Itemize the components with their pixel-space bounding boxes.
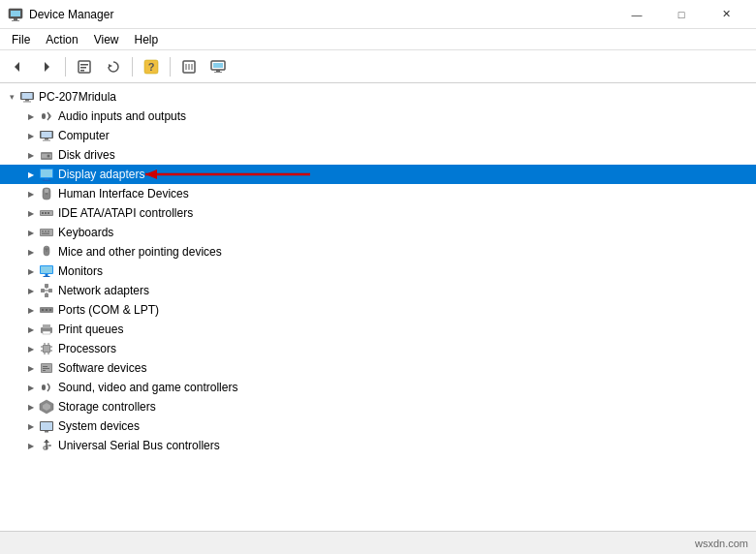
audio-expand[interactable]: ▶ — [23, 108, 39, 124]
ide-icon — [39, 205, 54, 221]
monitors-label: Monitors — [58, 264, 103, 278]
tree-item-hid[interactable]: ▶ Human Interface Devices — [0, 184, 756, 203]
svg-rect-88 — [41, 422, 52, 430]
computer-expand[interactable]: ▶ — [23, 128, 39, 143]
title-bar-left: Device Manager — [8, 7, 113, 22]
device-tree[interactable]: ▾ PC-207Mridula ▶ — [0, 83, 756, 531]
keyboard-expand[interactable]: ▶ — [23, 225, 39, 240]
tree-root[interactable]: ▾ PC-207Mridula — [0, 87, 756, 107]
help-button[interactable]: ? — [138, 54, 165, 79]
minimize-button[interactable]: — — [614, 0, 659, 29]
update-button[interactable] — [100, 54, 127, 79]
properties-button[interactable] — [71, 54, 98, 79]
hid-expand[interactable]: ▶ — [23, 186, 39, 201]
processors-expand[interactable]: ▶ — [23, 341, 39, 356]
svg-rect-24 — [42, 132, 52, 138]
tree-item-usb[interactable]: ▶ Universal Serial Bus controllers — [0, 436, 756, 455]
status-bar: wsxdn.com — [0, 531, 756, 554]
menu-file[interactable]: File — [4, 31, 38, 48]
svg-rect-70 — [43, 331, 50, 334]
ports-label: Ports (COM & LPT) — [58, 303, 159, 317]
svg-rect-17 — [214, 72, 222, 73]
storage-icon — [39, 399, 54, 415]
menu-view[interactable]: View — [86, 31, 127, 48]
computer-icon — [19, 89, 35, 105]
hid-label: Human Interface Devices — [58, 187, 189, 200]
display-expand[interactable]: ▶ — [23, 167, 39, 182]
tree-item-ide[interactable]: ▶ IDE ATA/ATAPI controllers — [0, 203, 756, 223]
usb-expand[interactable]: ▶ — [23, 438, 39, 453]
sound-expand[interactable]: ▶ — [23, 380, 39, 395]
tree-item-disk[interactable]: ▶ Disk drives — [0, 145, 756, 165]
tree-item-monitors[interactable]: ▶ Monitors — [0, 262, 756, 281]
tree-item-software[interactable]: ▶ Software devices — [0, 358, 756, 378]
scan-button[interactable] — [175, 54, 203, 79]
system-expand[interactable]: ▶ — [23, 418, 39, 434]
toolbar: ? — [0, 50, 756, 83]
audio-label: Audio inputs and outputs — [58, 109, 186, 123]
tree-item-mice[interactable]: ▶ Mice and other pointing devices — [0, 242, 756, 262]
svg-rect-55 — [46, 274, 48, 276]
tree-item-keyboard[interactable]: ▶ Keyboards — [0, 223, 756, 242]
svg-rect-59 — [45, 284, 48, 288]
scan-icon — [181, 59, 197, 75]
svg-point-66 — [46, 309, 47, 311]
tree-item-print[interactable]: ▶ Print queues — [0, 320, 756, 339]
root-expand[interactable]: ▾ — [4, 89, 19, 105]
svg-rect-25 — [45, 138, 48, 140]
svg-rect-2 — [14, 18, 17, 20]
update-icon — [106, 59, 121, 75]
tree-item-ports[interactable]: ▶ Ports (COM & LPT) — [0, 300, 756, 320]
tree-item-computer[interactable]: ▶ Computer — [0, 126, 756, 145]
svg-rect-8 — [80, 67, 86, 69]
ports-expand[interactable]: ▶ — [23, 302, 39, 318]
tree-item-network[interactable]: ▶ Network adapters — [0, 281, 756, 300]
svg-rect-58 — [48, 289, 52, 292]
tree-item-display[interactable]: ▶ Display adapters — [0, 165, 756, 184]
svg-rect-86 — [42, 385, 46, 390]
storage-expand[interactable]: ▶ — [23, 399, 39, 415]
svg-rect-32 — [45, 178, 48, 180]
tree-item-audio[interactable]: ▶ Audio inputs and outputs — [0, 107, 756, 126]
menu-action[interactable]: Action — [38, 31, 85, 48]
back-button[interactable] — [4, 54, 31, 79]
arrow-annotation — [126, 163, 320, 186]
svg-rect-16 — [216, 70, 220, 72]
software-expand[interactable]: ▶ — [23, 360, 39, 376]
svg-rect-83 — [43, 366, 47, 367]
tree-item-storage[interactable]: ▶ Storage controllers — [0, 397, 756, 416]
ide-expand[interactable]: ▶ — [23, 205, 39, 221]
tree-item-sound[interactable]: ▶ Sound, video and game controllers — [0, 378, 756, 397]
usb-icon — [39, 438, 54, 453]
app-icon — [8, 7, 23, 22]
monitors-expand[interactable]: ▶ — [23, 263, 39, 279]
svg-marker-5 — [45, 62, 49, 72]
sound-icon — [39, 380, 54, 395]
svg-rect-85 — [43, 370, 46, 371]
properties-icon — [77, 59, 92, 75]
svg-rect-72 — [44, 346, 49, 352]
tree-item-system[interactable]: ▶ System devices — [0, 416, 756, 436]
maximize-button[interactable]: □ — [659, 0, 704, 29]
back-icon — [10, 59, 25, 75]
monitor-button[interactable] — [205, 54, 232, 79]
close-button[interactable]: ✕ — [704, 0, 748, 29]
mice-label: Mice and other pointing devices — [58, 245, 222, 259]
network-expand[interactable]: ▶ — [23, 283, 39, 298]
svg-rect-57 — [41, 289, 45, 292]
disk-expand[interactable]: ▶ — [23, 147, 39, 163]
mice-expand[interactable]: ▶ — [23, 244, 39, 260]
system-icon — [39, 418, 54, 434]
svg-rect-37 — [45, 189, 48, 193]
storage-label: Storage controllers — [58, 400, 156, 414]
menu-bar: File Action View Help — [0, 29, 756, 50]
computer-icon-2 — [39, 128, 54, 143]
print-expand[interactable]: ▶ — [23, 322, 39, 337]
forward-button[interactable] — [33, 54, 60, 79]
tree-item-processors[interactable]: ▶ Processors — [0, 339, 756, 358]
svg-marker-35 — [145, 169, 157, 179]
svg-rect-22 — [42, 113, 46, 119]
menu-help[interactable]: Help — [127, 31, 167, 48]
svg-rect-15 — [213, 63, 223, 68]
toolbar-sep-3 — [170, 57, 171, 77]
